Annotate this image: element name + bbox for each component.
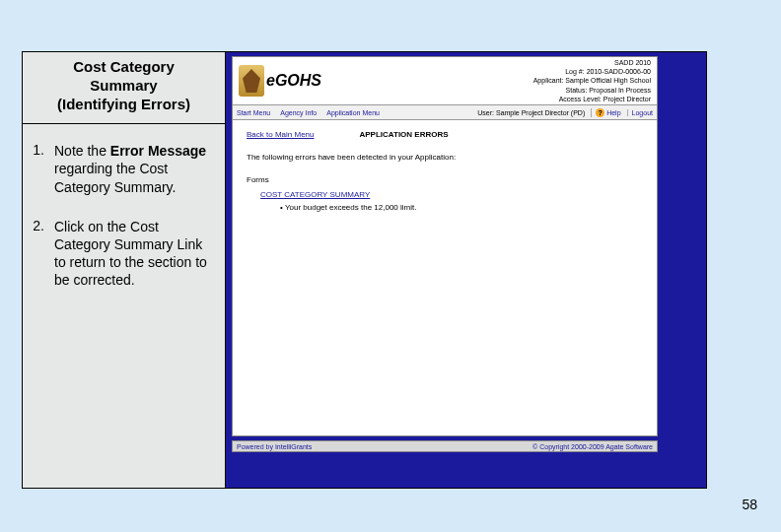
app-logo: eGOHS [239,65,321,97]
footer-left: Powered by IntelliGrants [237,443,312,450]
menu-left: Start Menu Agency Info Application Menu [237,109,380,116]
header-info-line: Status: Proposal In Process [533,86,651,95]
menu-help[interactable]: ? Help [591,108,620,117]
footer-right: © Copyright 2000-2009 Agate Software [532,443,653,450]
app-window: eGOHS SADD 2010 Log #: 2010-SADD-0006-00… [232,56,658,436]
steps-list: 1. Note the Error Message regarding the … [23,124,225,320]
title-line-3: (Identifying Errors) [27,96,221,114]
step-2: 2. Click on the Cost Category Summary Li… [31,218,215,290]
screenshot-panel: eGOHS SADD 2010 Log #: 2010-SADD-0006-00… [226,52,706,488]
slide-frame: Cost Category Summary (Identifying Error… [22,51,707,489]
title-line-1: Cost Category [27,58,221,77]
menu-logout[interactable]: Logout [627,109,653,116]
back-link[interactable]: Back to Main Menu [247,130,314,139]
app-header: eGOHS SADD 2010 Log #: 2010-SADD-0006-00… [233,57,657,104]
step-text: Click on the Cost Category Summary Link … [54,218,215,290]
menu-right: User: Sample Project Director (PD) ? Hel… [477,108,653,117]
errors-heading: APPLICATION ERRORS [359,130,448,139]
page-number: 58 [742,497,757,512]
errors-intro: The following errors have been detected … [247,153,643,162]
left-panel: Cost Category Summary (Identifying Error… [23,52,226,488]
help-icon: ? [596,108,604,117]
menu-bar: Start Menu Agency Info Application Menu … [233,104,657,120]
step-num: 1. [31,142,44,196]
header-info-line: Applicant: Sample Official High School [533,76,651,85]
menu-start[interactable]: Start Menu [237,109,270,116]
error-bullet: Your budget exceeds the 12,000 limit. [280,203,643,212]
header-info-line: Access Level: Project Director [533,95,651,103]
user-label: User: Sample Project Director (PD) [477,109,585,116]
content-top-row: Back to Main Menu APPLICATION ERRORS [247,130,643,139]
cost-category-summary-link[interactable]: COST CATEGORY SUMMARY [260,190,643,199]
title-box: Cost Category Summary (Identifying Error… [23,52,225,124]
menu-agency[interactable]: Agency Info [280,109,317,116]
header-info: SADD 2010 Log #: 2010-SADD-0006-00 Appli… [533,58,651,102]
step-text: Note the Error Message regarding the Cos… [54,142,215,196]
step-1: 1. Note the Error Message regarding the … [31,142,215,196]
step-num: 2. [31,218,44,290]
title-line-2: Summary [27,77,221,96]
header-info-line: SADD 2010 [533,58,651,67]
menu-application[interactable]: Application Menu [326,109,380,116]
header-info-line: Log #: 2010-SADD-0006-00 [533,67,651,76]
logo-text: eGOHS [266,72,321,90]
logo-icon [239,65,264,97]
forms-label: Forms [247,175,643,184]
app-footer: Powered by IntelliGrants © Copyright 200… [232,440,658,452]
app-content: Back to Main Menu APPLICATION ERRORS The… [233,120,657,435]
